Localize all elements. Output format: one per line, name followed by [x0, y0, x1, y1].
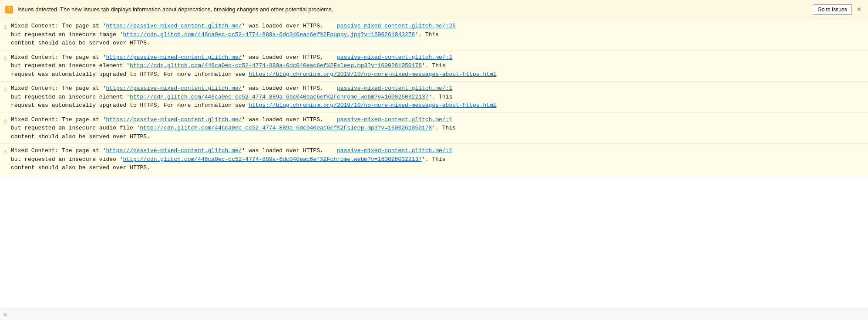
console-link[interactable]: passive-mixed-content.glitch.me/:1 [337, 116, 452, 123]
console-link[interactable]: http://cdn.glitch.com/446ca0ec-cc52-4774… [130, 94, 429, 100]
issues-banner-right: Go to Issues × [813, 4, 863, 15]
console-link[interactable]: passive-mixed-content.glitch.me/:1 [337, 147, 452, 154]
banner-close-button[interactable]: × [855, 6, 863, 14]
console-link[interactable]: https://passive-mixed-content.glitch.me/ [106, 85, 242, 92]
message-row: ⚠Mixed Content: The page at 'https://pas… [0, 51, 868, 82]
console-link[interactable]: passive-mixed-content.glitch.me/:1 [337, 85, 452, 92]
message-content: Mixed Content: The page at 'https://pass… [11, 22, 863, 48]
messages-area: ⚠Mixed Content: The page at 'https://pas… [0, 19, 868, 310]
warning-triangle-icon: ⚠ [3, 147, 7, 156]
console-link[interactable]: http://cdn.glitch.com/446ca0ec-cc52-4774… [140, 125, 432, 131]
console-link[interactable]: https://blog.chromium.org/2019/10/no-mor… [249, 71, 497, 78]
issues-warning-icon: ! [5, 6, 13, 14]
console-link[interactable]: https://passive-mixed-content.glitch.me/ [106, 147, 242, 154]
console-link[interactable]: http://cdn.glitch.com/446ca0ec-cc52-4774… [130, 62, 422, 69]
message-row: ⚠Mixed Content: The page at 'https://pas… [0, 19, 868, 51]
message-text: Mixed Content: The page at 'https://pass… [11, 147, 452, 171]
go-to-issues-button[interactable]: Go to Issues [813, 4, 851, 15]
issues-banner: ! Issues detected. The new Issues tab di… [0, 0, 868, 19]
warning-triangle-icon: ⚠ [3, 85, 7, 93]
console-link[interactable]: https://passive-mixed-content.glitch.me/ [106, 54, 242, 61]
message-text: Mixed Content: The page at 'https://pass… [11, 23, 456, 46]
message-content: Mixed Content: The page at 'https://pass… [11, 146, 863, 172]
console-link[interactable]: passive-mixed-content.glitch.me/:1 [337, 54, 452, 61]
console-link[interactable]: http://cdn.glitch.com/446ca0ec-cc52-4774… [123, 31, 415, 38]
console-panel: ! Issues detected. The new Issues tab di… [0, 0, 868, 320]
message-row: ⚠Mixed Content: The page at 'https://pas… [0, 144, 868, 175]
console-prompt: > [3, 312, 7, 318]
message-text: Mixed Content: The page at 'https://pass… [11, 116, 456, 140]
console-link[interactable]: https://passive-mixed-content.glitch.me/ [106, 23, 242, 29]
console-bottom-bar: > [0, 310, 868, 320]
console-link[interactable]: https://blog.chromium.org/2019/10/no-mor… [249, 102, 497, 109]
message-content: Mixed Content: The page at 'https://pass… [11, 84, 863, 110]
message-row: ⚠Mixed Content: The page at 'https://pas… [0, 82, 868, 113]
message-content: Mixed Content: The page at 'https://pass… [11, 53, 863, 79]
console-link[interactable]: https://passive-mixed-content.glitch.me/ [106, 116, 242, 123]
message-text: Mixed Content: The page at 'https://pass… [11, 54, 497, 78]
issues-banner-text: Issues detected. The new Issues tab disp… [17, 6, 333, 13]
message-row: ⚠Mixed Content: The page at 'https://pas… [0, 113, 868, 144]
console-link[interactable]: http://cdn.glitch.com/446ca0ec-cc52-4774… [123, 156, 422, 163]
console-link[interactable]: passive-mixed-content.glitch.me/:26 [337, 23, 456, 29]
message-text: Mixed Content: The page at 'https://pass… [11, 85, 497, 109]
issues-banner-left: ! Issues detected. The new Issues tab di… [5, 6, 333, 14]
warning-triangle-icon: ⚠ [3, 23, 7, 31]
message-content: Mixed Content: The page at 'https://pass… [11, 116, 863, 141]
warning-triangle-icon: ⚠ [3, 54, 7, 62]
warning-triangle-icon: ⚠ [3, 116, 7, 125]
